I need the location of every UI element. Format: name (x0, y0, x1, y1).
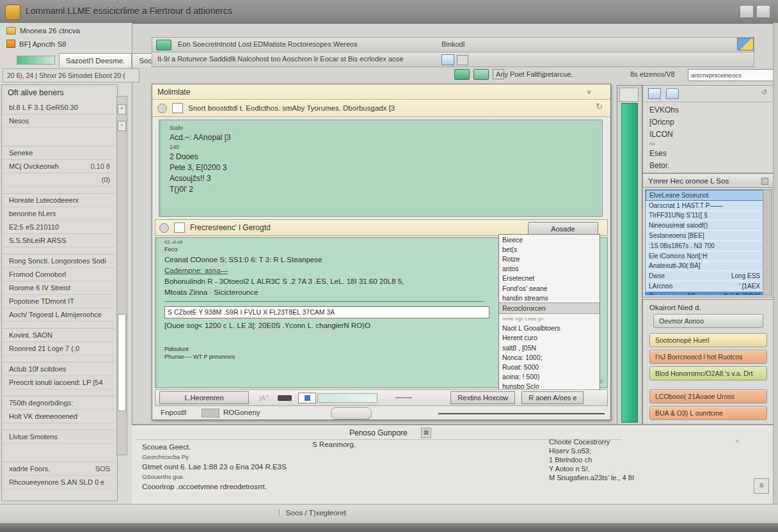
list-item[interactable]: antos (499, 264, 599, 274)
list-item[interactable]: Ersetecnet (499, 274, 599, 283)
property-row[interactable]: (0) (3, 173, 115, 187)
screen-icon[interactable] (454, 69, 470, 80)
sources-header[interactable]: Ymrer Hec oronoe L Sos (643, 174, 774, 188)
list-item[interactable]: [Oricnp (643, 116, 774, 128)
dropdown-control[interactable] (331, 407, 372, 419)
property-row[interactable]: S.S.ShLeiR ARSS (3, 234, 115, 247)
list-item[interactable]: Recoclororcen (499, 302, 599, 313)
property-row[interactable]: Kovint. SAON (3, 328, 115, 342)
action-button[interactable]: Oevmor Aonoo (653, 314, 763, 328)
tree-item[interactable]: Mnonea 26 ctncva (6, 27, 80, 35)
clipboard-icon[interactable] (457, 55, 468, 65)
dialog-text-input[interactable] (164, 306, 489, 318)
scroll-icon[interactable]: ≡ (118, 104, 126, 114)
list-item[interactable]: TIrFF31UNg S'11([ § (646, 211, 763, 221)
list-item[interactable]: no (643, 140, 774, 147)
list-item[interactable]: Herent curo (499, 333, 599, 343)
footer-right-label[interactable]: ROGoneny (223, 409, 260, 416)
dialog-title-bar[interactable]: Molimlate ∨ (152, 84, 610, 100)
property-row[interactable]: E2:5 eS.210110 (3, 221, 115, 234)
property-row[interactable]: Nesos (3, 114, 115, 128)
list-item[interactable]: Oarscnat 1 HAST.T P—— (646, 201, 763, 211)
window-split-icon[interactable] (441, 54, 454, 65)
list-item[interactable]: ElveLeane Soseunot (646, 190, 763, 201)
list-item[interactable]: Fond'os' seane (499, 283, 599, 293)
list-item[interactable]: aoina: ! 500) (499, 372, 599, 382)
tree-item[interactable]: BF] Apncth S8 (6, 40, 67, 48)
palette-icon[interactable] (737, 38, 754, 51)
list-item[interactable]: Oont smimooADr. [NJ C (ORO] (646, 292, 763, 295)
radio-icon[interactable] (159, 223, 169, 233)
refresh-icon[interactable]: ↺ (761, 88, 767, 97)
list-item[interactable]: Nonca: 1000; (499, 352, 599, 362)
toolbar-row1-right[interactable]: Binkodl (441, 40, 464, 48)
pager-row[interactable]: 20 6), 24 | Shnxr 26 Simodet Ebont 20 ( (3, 68, 139, 82)
property-row[interactable]: Rorome 6 IV Streist (3, 281, 115, 295)
action-button[interactable]: I'nJ Borrcnoocd l hot Ruotcos (649, 350, 767, 364)
scroll-icon[interactable]: = (118, 121, 126, 131)
property-row[interactable]: Roonred 21 Loge 7 (.0 (3, 342, 115, 356)
property-row[interactable]: Fromod Cornoborl (3, 268, 115, 281)
property-row[interactable]: xadrle Foors. SOS (3, 462, 115, 476)
monitor-icon[interactable] (156, 40, 171, 51)
grid-icon[interactable] (648, 88, 661, 99)
pin-icon[interactable]: ▦ (421, 428, 431, 438)
list-item[interactable]: Eses (643, 147, 774, 159)
list-item[interactable]: Anatexutt-Jl0(:BA] (646, 262, 763, 272)
action-button[interactable]: Sootoonopé Huerl (649, 333, 767, 347)
action-button[interactable]: Blod Honorrornc/O2A8.'s v.a. Drt (649, 366, 767, 380)
property-row[interactable]: Livtue Smotens (3, 430, 115, 444)
list-item[interactable]: :1S 0Bs1867s . N3 700 (646, 241, 763, 251)
chevron-down-icon[interactable]: ∨ (587, 88, 591, 95)
list-item[interactable]: EVKOhs (643, 104, 774, 116)
property-row[interactable]: Horeate Lutecodeeerx (3, 193, 115, 207)
list-item[interactable]: Bieece (499, 235, 599, 244)
apply-button[interactable]: Aosade (528, 222, 598, 235)
list-item[interactable]: Ruoat: 5000 (499, 362, 599, 372)
property-row[interactable]: benorine hLers (3, 207, 115, 221)
folder-green-icon[interactable] (473, 69, 489, 80)
list-item[interactable]: Betor. (643, 159, 774, 171)
search-input[interactable] (688, 69, 776, 81)
minimize-button[interactable] (740, 5, 754, 18)
property-row[interactable]: Seneke (3, 146, 115, 160)
scrollbar-thumb[interactable] (118, 314, 126, 411)
menu-icon[interactable]: ≡ (754, 478, 769, 494)
list-item[interactable]: salt8 , [05N (499, 343, 599, 352)
footer-left-label[interactable]: Fnpostll (161, 409, 186, 416)
reset-axes-button[interactable]: R aoen A/oes e (521, 391, 584, 404)
property-row[interactable]: MCj Ovckeorwh 0.10 8 (3, 160, 115, 173)
action-button[interactable]: BUA & O3) L ounrtcine (649, 406, 767, 420)
tab-model[interactable]: Sazoetl'l Deesme. (59, 53, 132, 67)
minus-icon[interactable] (278, 395, 292, 401)
property-row[interactable]: Aclub 10f scitdoes (3, 362, 115, 376)
list-item[interactable]: Ele iComons Nort[:H (646, 251, 763, 262)
property-row[interactable]: Holt VK dxeneooened (3, 410, 115, 423)
property-row[interactable]: Popotone TDmont IT (3, 295, 115, 308)
left-scrollbar[interactable]: ≡ = (116, 96, 127, 455)
help-button[interactable]: L.Heorenren (159, 391, 249, 404)
property-row[interactable]: Aoch/ Tegoest L Atmijeroohce (3, 308, 115, 322)
list-item[interactable]: Sestaneoens [BEE] (646, 231, 763, 241)
list-item[interactable]: bet(s (499, 244, 599, 254)
file-icon[interactable] (666, 88, 679, 99)
radio-icon[interactable] (157, 104, 167, 113)
property-row[interactable]: Rhcoueeyenore S.AN SLD 0 e (3, 476, 115, 489)
property-row[interactable]: bl.8 L F 3.1 GeR50.30 (3, 101, 115, 114)
list-item[interactable]: handin streams (499, 293, 599, 302)
list-item[interactable]: oone ogn Loee gn (499, 314, 599, 324)
panel-menu-icon[interactable] (761, 178, 768, 185)
list-item[interactable]: Nineousireat saiodf() (646, 221, 763, 231)
action-button[interactable]: LCObooo( 21Aoaoe Uroos (649, 389, 767, 403)
restore-button[interactable]: Rextins Hoxcow (450, 391, 515, 404)
refresh-icon[interactable]: ↻ (596, 102, 603, 111)
list-item[interactable]: Rotze (499, 254, 599, 263)
list-item[interactable]: ILCON (643, 128, 774, 140)
property-row[interactable]: 750th degnorbdings: (3, 396, 115, 410)
strip-header-icon[interactable] (619, 88, 639, 102)
list-item[interactable]: LArcnoo ' [1AEX (646, 281, 763, 292)
list-item[interactable]: Dwse Long ESS (646, 271, 763, 281)
list-item[interactable]: Naot L Gooalbtoers (499, 324, 599, 333)
sources-scrollbar[interactable] (763, 189, 772, 295)
property-row[interactable]: Preocrit ionuti iacoend: LP [54 (3, 376, 115, 389)
